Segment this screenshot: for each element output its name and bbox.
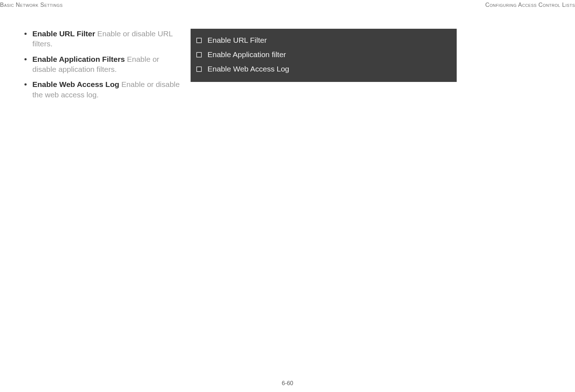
page-number: 6-60 — [0, 380, 575, 387]
checkbox-row-web-access-log: Enable Web Access Log — [194, 62, 453, 76]
checkbox-row-url-filter: Enable URL Filter — [194, 33, 453, 47]
bullet-term: Enable Web Access Log — [32, 80, 119, 88]
header-right: Configuring Access Control Lists — [485, 2, 575, 8]
page-header: Basic Network Settings Configuring Acces… — [0, 0, 575, 8]
settings-panel: Enable URL Filter Enable Application fil… — [191, 29, 457, 82]
checkbox-label: Enable URL Filter — [207, 36, 267, 45]
bullet-term: Enable Application Filters — [32, 55, 125, 63]
checkbox-icon[interactable] — [196, 52, 202, 57]
checkbox-icon[interactable] — [196, 66, 202, 72]
checkbox-row-application-filter: Enable Application filter — [194, 47, 453, 62]
header-left: Basic Network Settings — [0, 2, 63, 8]
checkbox-label: Enable Application filter — [207, 50, 286, 59]
screenshot-column: Enable URL Filter Enable Application fil… — [191, 29, 457, 105]
bullet-list: Enable URL Filter Enable or disable URL … — [22, 29, 180, 100]
list-item: Enable URL Filter Enable or disable URL … — [32, 29, 180, 49]
description-column: Enable URL Filter Enable or disable URL … — [22, 29, 180, 105]
list-item: Enable Web Access Log Enable or disable … — [32, 79, 180, 100]
checkbox-label: Enable Web Access Log — [207, 65, 289, 73]
bullet-term: Enable URL Filter — [32, 29, 95, 38]
list-item: Enable Application Filters Enable or dis… — [32, 54, 180, 75]
content-area: Enable URL Filter Enable or disable URL … — [22, 29, 561, 105]
checkbox-icon[interactable] — [196, 38, 202, 43]
